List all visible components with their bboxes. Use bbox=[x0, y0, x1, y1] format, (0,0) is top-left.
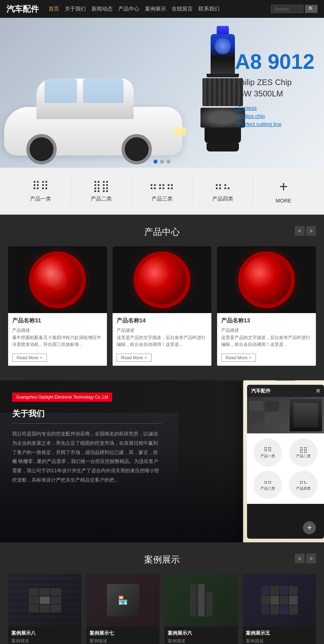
case-img-4 bbox=[243, 574, 316, 627]
banner-title: A8 9012 bbox=[235, 50, 316, 73]
cat-item-2[interactable]: ⣿⣿ 产品二类 bbox=[71, 176, 132, 206]
phone-cat-label-1: 产品一类 bbox=[260, 454, 275, 459]
product-info-1: 产品名称31 产品描述 暴牛挖掘机配备五十柴四冲程六缸涡轮增压中冷直喷发动机，符… bbox=[8, 313, 107, 366]
product-info-2: 产品名称14 产品描述 这里是产品的文字描述，后台发布产品时进行编辑，前台会自动… bbox=[113, 313, 211, 366]
product-img-1 bbox=[8, 246, 107, 313]
case-label-1: 案例描述 bbox=[8, 638, 81, 644]
about-title: 关于我们 bbox=[12, 408, 162, 424]
feature-1[interactable]: • Fanless bbox=[235, 105, 316, 111]
case-name-2: 案例展示七 bbox=[86, 627, 160, 638]
cat-icon-more: + bbox=[279, 178, 288, 195]
phone-frame: 汽车配件 ≡ bbox=[243, 380, 324, 542]
cases-grid: 案例展示八 案例描述 Read More > 🏪 案例展示七 案例描述 Read… bbox=[8, 574, 316, 644]
header: 汽车配件 首页 关于我们 新闻动态 产品中心 案例展示 在线留言 联系我们 🔍 bbox=[0, 0, 324, 18]
products-title: 产品中心 bbox=[144, 227, 180, 237]
phone-banner bbox=[247, 397, 324, 433]
cat-icon-4: ⠶⠦ bbox=[214, 179, 231, 193]
nav-message[interactable]: 在线留言 bbox=[172, 5, 193, 13]
product-img-2 bbox=[113, 246, 211, 313]
search-box: 🔍 bbox=[271, 5, 318, 13]
products-next[interactable]: > bbox=[306, 226, 316, 236]
banner-text-block: A8 9012 Philip ZES Chip25W 3500LM • Fanl… bbox=[235, 50, 316, 129]
case-label-3: 案例描述 bbox=[164, 638, 238, 644]
phone-menu-icon[interactable]: ≡ bbox=[316, 387, 320, 395]
company-sign: Guangzhou Opplight Electronic Technology… bbox=[12, 392, 112, 402]
phone-cat-label-3: 产品三类 bbox=[260, 486, 275, 491]
product-desc-3: 产品描述 这里是产品的文字描述，后台发布产品时进行编辑，前台会自动调用！这里是.… bbox=[221, 327, 312, 350]
case-label-2: 案例描述 bbox=[86, 638, 160, 644]
cat-item-more[interactable]: + MORE bbox=[253, 175, 314, 207]
nav-home[interactable]: 首页 bbox=[49, 5, 59, 13]
phone-cat-label-4: 产品四类 bbox=[296, 486, 311, 491]
plus-button[interactable]: + bbox=[303, 521, 316, 534]
case-card-4: 案例展示五 案例描述 这里是某探工具展示的文字描述，后台发布产品。 Read M… bbox=[243, 574, 316, 644]
cat-item-3[interactable]: ⠶⠶⠶ 产品三类 bbox=[132, 176, 192, 206]
banner-dots bbox=[153, 160, 171, 164]
phone-cat-1[interactable]: ⠿⠿ 产品一类 bbox=[254, 438, 282, 467]
case-name-1: 案例展示八 bbox=[8, 627, 81, 638]
product-name-2: 产品名称14 bbox=[117, 317, 207, 324]
products-prev[interactable]: < bbox=[295, 226, 305, 236]
cat-icon-2: ⣿⣿ bbox=[93, 179, 110, 193]
cat-icon-3: ⠶⠶⠶ bbox=[149, 179, 175, 193]
product-name-1: 产品名称31 bbox=[12, 317, 103, 324]
dot-2[interactable] bbox=[160, 160, 164, 164]
products-title-row: 产品中心 < > bbox=[8, 226, 316, 238]
search-button[interactable]: 🔍 bbox=[305, 5, 318, 13]
case-card-3: 案例展示六 案例描述 这里是某探工具展示的文字描述，后台发布产品。 Read M… bbox=[164, 574, 238, 644]
product-img-3 bbox=[217, 246, 316, 313]
product-desc-1: 产品描述 暴牛挖掘机配备五十柴四冲程六缸涡轮增压中冷直喷发动机，符合国三排放标准… bbox=[12, 327, 103, 350]
cases-next[interactable]: > bbox=[306, 554, 316, 563]
product-readmore-3[interactable]: Read More > bbox=[221, 354, 256, 362]
logo: 汽车配件 bbox=[6, 4, 39, 15]
nav-news[interactable]: 新闻动态 bbox=[92, 5, 113, 13]
nav-cases[interactable]: 案例展示 bbox=[145, 5, 166, 13]
about-mobile-section: Guangzhou Opplight Electronic Technology… bbox=[0, 380, 324, 542]
phone-cat-3[interactable]: ⠶⠶ 产品三类 bbox=[254, 471, 282, 499]
nav-products[interactable]: 产品中心 bbox=[118, 5, 139, 13]
case-card-2: 🏪 案例展示七 案例描述 Read More > bbox=[86, 574, 160, 644]
product-desc-2: 产品描述 这里是产品的文字描述，后台发布产品时进行编辑，前台会自动调用！这里是.… bbox=[117, 327, 207, 350]
cat-icon-1: ⠿⠿ bbox=[32, 179, 49, 193]
cases-prev[interactable]: < bbox=[295, 554, 305, 563]
phone-screen: 汽车配件 ≡ bbox=[247, 385, 324, 539]
mobile-mockup-area: 汽车配件 ≡ bbox=[243, 380, 324, 542]
products-nav: < > bbox=[295, 226, 316, 236]
cat-label-4: 产品四类 bbox=[212, 195, 233, 203]
about-content: 我公司是国内专业的挖龙配件供应商，全国闻名的机研究所，以诚信为企业的发展之本，率… bbox=[12, 429, 162, 485]
case-card-1: 案例展示八 案例描述 Read More > bbox=[8, 574, 81, 644]
phone-speaker bbox=[275, 380, 296, 381]
nav-contact[interactable]: 联系我们 bbox=[198, 5, 220, 13]
phone-cat-2[interactable]: ⣿⣿ 产品二类 bbox=[289, 438, 318, 467]
case-img-3 bbox=[164, 574, 238, 627]
case-label-4: 案例描述 bbox=[243, 638, 316, 644]
product-readmore-2[interactable]: Read More > bbox=[117, 354, 151, 362]
cases-title-row: 案例展示 < > bbox=[8, 554, 316, 566]
case-name-3: 案例展示六 bbox=[164, 627, 238, 638]
phone-cat-4[interactable]: ⠶⠦ 产品四类 bbox=[289, 471, 318, 499]
product-card-3: 产品名称13 产品描述 这里是产品的文字描述，后台发布产品时进行编辑，前台会自动… bbox=[217, 246, 316, 366]
feature-2[interactable]: • Philips chip bbox=[235, 113, 316, 119]
phone-home-btn[interactable] bbox=[278, 542, 293, 542]
search-input[interactable] bbox=[271, 5, 303, 13]
phone-cat-label-2: 产品二类 bbox=[296, 454, 311, 459]
feature-3[interactable]: • Perfect cutting line bbox=[235, 121, 316, 127]
cat-item-1[interactable]: ⠿⠿ 产品一类 bbox=[10, 176, 71, 206]
cat-label-3: 产品三类 bbox=[151, 195, 173, 203]
banner: A8 9012 Philip ZES Chip25W 3500LM • Fanl… bbox=[0, 18, 324, 168]
product-name-3: 产品名称13 bbox=[221, 317, 312, 324]
product-readmore-1[interactable]: Read More > bbox=[12, 354, 47, 362]
product-info-3: 产品名称13 产品描述 这里是产品的文字描述，后台发布产品时进行编辑，前台会自动… bbox=[217, 313, 316, 366]
cases-nav: < > bbox=[295, 554, 316, 563]
banner-features: • Fanless • Philips chip • Perfect cutti… bbox=[235, 105, 316, 127]
dot-3[interactable] bbox=[166, 160, 171, 164]
cat-item-4[interactable]: ⠶⠦ 产品四类 bbox=[192, 176, 253, 206]
product-card-1: 产品名称31 产品描述 暴牛挖掘机配备五十柴四冲程六缸涡轮增压中冷直喷发动机，符… bbox=[8, 246, 107, 366]
cat-label-more: MORE bbox=[276, 198, 292, 204]
phone-cats: ⠿⠿ 产品一类 ⣿⣿ 产品二类 ⠶⠶ 产品三类 ⠶⠦ 产品四类 bbox=[247, 433, 324, 504]
dot-1[interactable] bbox=[153, 160, 158, 164]
phone-brand: 汽车配件 bbox=[251, 388, 271, 395]
nav-about[interactable]: 关于我们 bbox=[65, 5, 86, 13]
cat-label-2: 产品二类 bbox=[91, 195, 112, 203]
cat-label-1: 产品一类 bbox=[30, 195, 51, 203]
